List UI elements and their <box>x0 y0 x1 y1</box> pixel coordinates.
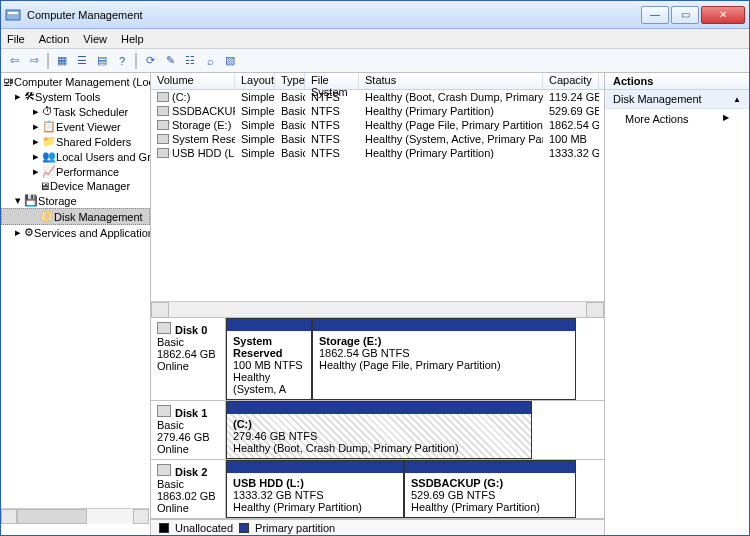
prop-button[interactable]: ☰ <box>73 52 91 70</box>
tree-root[interactable]: 🖳 Computer Management (Local <box>1 75 150 89</box>
app-icon <box>5 7 21 23</box>
disk-info[interactable]: Disk 2Basic1863.02 GBOnline <box>151 460 226 518</box>
col-filesystem[interactable]: File System <box>305 73 359 89</box>
tree-task-scheduler[interactable]: ▸ ⏱ Task Scheduler <box>1 104 150 119</box>
col-type[interactable]: Type <box>275 73 305 89</box>
disk-row: Disk 1Basic279.46 GBOnline (C:)279.46 GB… <box>151 401 604 460</box>
window-title: Computer Management <box>27 9 641 21</box>
actions-group-title[interactable]: Disk Management ▲ <box>605 90 749 109</box>
tree-storage[interactable]: ▾ 💾 Storage <box>1 193 150 208</box>
submenu-icon: ▶ <box>723 113 729 125</box>
refresh-button[interactable]: ⟳ <box>141 52 159 70</box>
minimize-button[interactable]: — <box>641 6 669 24</box>
tree-system-tools[interactable]: ▸ 🛠 System Tools <box>1 89 150 104</box>
tree-shared-folders[interactable]: ▸ 📁 Shared Folders <box>1 134 150 149</box>
maximize-button[interactable]: ▭ <box>671 6 699 24</box>
back-button[interactable]: ⇦ <box>5 52 23 70</box>
tree-disk-management[interactable]: 📀 Disk Management <box>1 208 150 225</box>
tree-local-users[interactable]: ▸ 👥 Local Users and Groups <box>1 149 150 164</box>
view-button[interactable]: ▤ <box>93 52 111 70</box>
tree-scrollbar[interactable] <box>1 508 149 524</box>
col-status[interactable]: Status <box>359 73 543 89</box>
svg-rect-1 <box>8 12 18 14</box>
volume-row[interactable]: Storage (E:)SimpleBasicNTFSHealthy (Page… <box>151 118 604 132</box>
tool-button-4[interactable]: ▧ <box>221 52 239 70</box>
disk-graphical-view: Disk 0Basic1862.64 GBOnlineSystem Reserv… <box>151 317 604 519</box>
legend-unallocated-swatch <box>159 523 169 533</box>
disk-icon <box>157 464 171 476</box>
volume-spacer <box>151 160 604 301</box>
up-button[interactable]: ▦ <box>53 52 71 70</box>
tree-services[interactable]: ▸ ⚙ Services and Applications <box>1 225 150 240</box>
col-capacity[interactable]: Capacity <box>543 73 599 89</box>
forward-button[interactable]: ⇨ <box>25 52 43 70</box>
menu-action[interactable]: Action <box>39 33 70 45</box>
col-layout[interactable]: Layout <box>235 73 275 89</box>
disk-icon <box>157 322 171 334</box>
menu-bar: File Action View Help <box>1 29 749 49</box>
partition[interactable]: System Reserved100 MB NTFSHealthy (Syste… <box>226 318 312 400</box>
menu-help[interactable]: Help <box>121 33 144 45</box>
legend-unallocated-label: Unallocated <box>175 522 233 534</box>
disk-partitions: (C:)279.46 GB NTFSHealthy (Boot, Crash D… <box>226 401 604 459</box>
disk-partitions: System Reserved100 MB NTFSHealthy (Syste… <box>226 318 604 400</box>
body: 🖳 Computer Management (Local ▸ 🛠 System … <box>1 73 749 535</box>
main-pane: Volume Layout Type File System Status Ca… <box>151 73 605 535</box>
disk-info[interactable]: Disk 0Basic1862.64 GBOnline <box>151 318 226 400</box>
collapse-icon: ▲ <box>733 95 741 104</box>
separator <box>135 53 137 69</box>
volume-row[interactable]: SSDBACKUP (G:)SimpleBasicNTFSHealthy (Pr… <box>151 104 604 118</box>
volume-list: Volume Layout Type File System Status Ca… <box>151 73 604 160</box>
tool-button-3[interactable]: ⌕ <box>201 52 219 70</box>
legend-primary-label: Primary partition <box>255 522 335 534</box>
volume-rows: (C:)SimpleBasicNTFSHealthy (Boot, Crash … <box>151 90 604 160</box>
tree-device-manager[interactable]: 🖥 Device Manager <box>1 179 150 193</box>
volume-row[interactable]: (C:)SimpleBasicNTFSHealthy (Boot, Crash … <box>151 90 604 104</box>
help-button[interactable]: ? <box>113 52 131 70</box>
disk-row: Disk 2Basic1863.02 GBOnlineUSB HDD (L:)1… <box>151 460 604 519</box>
partition[interactable]: USB HDD (L:)1333.32 GB NTFSHealthy (Prim… <box>226 460 404 518</box>
titlebar[interactable]: Computer Management — ▭ ✕ <box>1 1 749 29</box>
disk-icon <box>157 405 171 417</box>
menu-view[interactable]: View <box>83 33 107 45</box>
tree-pane[interactable]: 🖳 Computer Management (Local ▸ 🛠 System … <box>1 73 151 535</box>
tool-button-2[interactable]: ☷ <box>181 52 199 70</box>
tree-performance[interactable]: ▸ 📈 Performance <box>1 164 150 179</box>
tree-event-viewer[interactable]: ▸ 📋 Event Viewer <box>1 119 150 134</box>
partition[interactable]: (C:)279.46 GB NTFSHealthy (Boot, Crash D… <box>226 401 532 459</box>
legend-primary-swatch <box>239 523 249 533</box>
disk-info[interactable]: Disk 1Basic279.46 GBOnline <box>151 401 226 459</box>
volume-header[interactable]: Volume Layout Type File System Status Ca… <box>151 73 604 90</box>
volume-row[interactable]: System ReservedSimpleBasicNTFSHealthy (S… <box>151 132 604 146</box>
toolbar: ⇦ ⇨ ▦ ☰ ▤ ? ⟳ ✎ ☷ ⌕ ▧ <box>1 49 749 73</box>
volume-row[interactable]: USB HDD (L:)SimpleBasicNTFSHealthy (Prim… <box>151 146 604 160</box>
partition[interactable]: Storage (E:)1862.54 GB NTFSHealthy (Page… <box>312 318 576 400</box>
partition[interactable]: SSDBACKUP (G:)529.69 GB NTFSHealthy (Pri… <box>404 460 576 518</box>
actions-pane: Actions Disk Management ▲ More Actions ▶ <box>605 73 749 535</box>
col-volume[interactable]: Volume <box>151 73 235 89</box>
window: Computer Management — ▭ ✕ File Action Vi… <box>0 0 750 536</box>
close-button[interactable]: ✕ <box>701 6 745 24</box>
legend: Unallocated Primary partition <box>151 519 604 535</box>
menu-file[interactable]: File <box>7 33 25 45</box>
actions-more[interactable]: More Actions ▶ <box>605 109 749 129</box>
disk-partitions: USB HDD (L:)1333.32 GB NTFSHealthy (Prim… <box>226 460 604 518</box>
volume-scrollbar[interactable] <box>151 301 604 317</box>
disk-row: Disk 0Basic1862.64 GBOnlineSystem Reserv… <box>151 318 604 401</box>
svg-rect-0 <box>6 10 20 20</box>
actions-header: Actions <box>605 73 749 90</box>
tool-button-1[interactable]: ✎ <box>161 52 179 70</box>
separator <box>47 53 49 69</box>
